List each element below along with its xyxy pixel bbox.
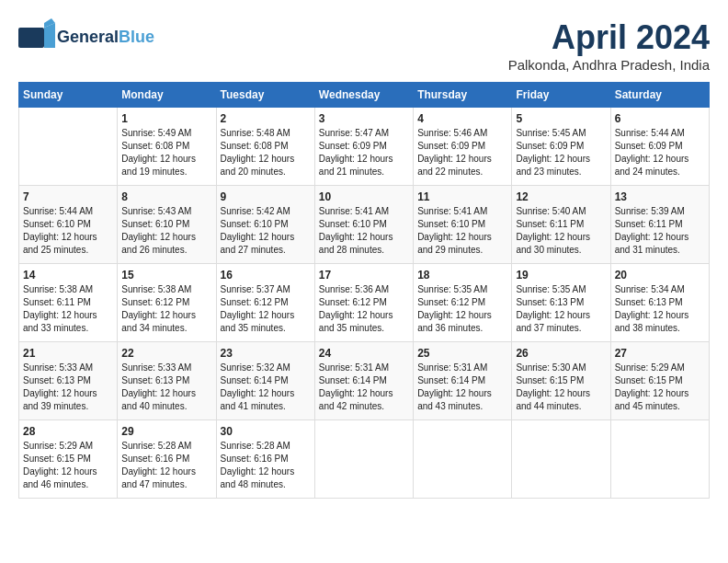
cell-daylight-info: Sunrise: 5:32 AM Sunset: 6:14 PM Dayligh… <box>221 362 311 413</box>
day-number: 7 <box>23 190 113 203</box>
logo: GeneralBlue <box>18 18 154 55</box>
cell-daylight-info: Sunrise: 5:35 AM Sunset: 6:12 PM Dayligh… <box>417 283 507 335</box>
day-number: 10 <box>319 190 409 203</box>
cell-daylight-info: Sunrise: 5:39 AM Sunset: 6:11 PM Dayligh… <box>615 205 705 257</box>
calendar-cell: 15Sunrise: 5:38 AM Sunset: 6:12 PM Dayli… <box>118 264 216 342</box>
cell-daylight-info: Sunrise: 5:29 AM Sunset: 6:15 PM Dayligh… <box>615 362 705 413</box>
calendar-week-row: 14Sunrise: 5:38 AM Sunset: 6:11 PM Dayli… <box>19 264 710 342</box>
cell-daylight-info: Sunrise: 5:48 AM Sunset: 6:08 PM Dayligh… <box>221 127 311 178</box>
calendar-cell <box>414 420 512 499</box>
calendar-week-row: 21Sunrise: 5:33 AM Sunset: 6:13 PM Dayli… <box>19 342 710 420</box>
day-header: Saturday <box>610 83 709 108</box>
calendar-cell: 13Sunrise: 5:39 AM Sunset: 6:11 PM Dayli… <box>610 186 709 264</box>
calendar-cell: 26Sunrise: 5:30 AM Sunset: 6:15 PM Dayli… <box>512 342 610 420</box>
day-number: 6 <box>615 112 705 125</box>
calendar-week-row: 7Sunrise: 5:44 AM Sunset: 6:10 PM Daylig… <box>19 186 710 264</box>
day-header: Tuesday <box>216 83 314 108</box>
calendar-cell: 20Sunrise: 5:34 AM Sunset: 6:13 PM Dayli… <box>610 264 709 342</box>
calendar-cell: 24Sunrise: 5:31 AM Sunset: 6:14 PM Dayli… <box>314 342 413 420</box>
location: Palkonda, Andhra Pradesh, India <box>508 57 710 73</box>
cell-daylight-info: Sunrise: 5:34 AM Sunset: 6:13 PM Dayligh… <box>615 283 705 335</box>
cell-daylight-info: Sunrise: 5:40 AM Sunset: 6:11 PM Dayligh… <box>516 205 606 257</box>
day-number: 17 <box>319 269 409 282</box>
logo-text: GeneralBlue <box>57 28 154 47</box>
day-number: 3 <box>319 112 409 125</box>
calendar-cell: 25Sunrise: 5:31 AM Sunset: 6:14 PM Dayli… <box>414 342 512 420</box>
cell-daylight-info: Sunrise: 5:44 AM Sunset: 6:10 PM Dayligh… <box>23 205 113 257</box>
cell-daylight-info: Sunrise: 5:41 AM Sunset: 6:10 PM Dayligh… <box>319 205 409 257</box>
logo-icon <box>18 18 55 55</box>
cell-daylight-info: Sunrise: 5:41 AM Sunset: 6:10 PM Dayligh… <box>417 205 507 257</box>
day-number: 22 <box>121 347 211 360</box>
calendar-week-row: 1Sunrise: 5:49 AM Sunset: 6:08 PM Daylig… <box>19 108 710 186</box>
cell-daylight-info: Sunrise: 5:33 AM Sunset: 6:13 PM Dayligh… <box>23 362 113 413</box>
day-number: 15 <box>121 269 211 282</box>
day-number: 23 <box>221 347 311 360</box>
cell-daylight-info: Sunrise: 5:35 AM Sunset: 6:13 PM Dayligh… <box>516 283 606 335</box>
calendar-table: SundayMondayTuesdayWednesdayThursdayFrid… <box>18 82 710 499</box>
calendar-cell: 21Sunrise: 5:33 AM Sunset: 6:13 PM Dayli… <box>19 342 118 420</box>
calendar-cell: 3Sunrise: 5:47 AM Sunset: 6:09 PM Daylig… <box>314 108 413 186</box>
day-number: 18 <box>417 269 507 282</box>
month-title: April 2024 <box>508 18 710 57</box>
calendar-cell: 23Sunrise: 5:32 AM Sunset: 6:14 PM Dayli… <box>216 342 314 420</box>
day-number: 2 <box>221 112 311 125</box>
cell-daylight-info: Sunrise: 5:47 AM Sunset: 6:09 PM Dayligh… <box>319 127 409 178</box>
day-number: 16 <box>221 269 311 282</box>
cell-daylight-info: Sunrise: 5:43 AM Sunset: 6:10 PM Dayligh… <box>121 205 211 257</box>
calendar-cell: 27Sunrise: 5:29 AM Sunset: 6:15 PM Dayli… <box>610 342 709 420</box>
calendar-cell: 28Sunrise: 5:29 AM Sunset: 6:15 PM Dayli… <box>19 420 118 499</box>
calendar-cell: 12Sunrise: 5:40 AM Sunset: 6:11 PM Dayli… <box>512 186 610 264</box>
cell-daylight-info: Sunrise: 5:38 AM Sunset: 6:11 PM Dayligh… <box>23 283 113 335</box>
calendar-cell: 2Sunrise: 5:48 AM Sunset: 6:08 PM Daylig… <box>216 108 314 186</box>
calendar-week-row: 28Sunrise: 5:29 AM Sunset: 6:15 PM Dayli… <box>19 420 710 499</box>
cell-daylight-info: Sunrise: 5:28 AM Sunset: 6:16 PM Dayligh… <box>221 440 311 491</box>
calendar-cell: 9Sunrise: 5:42 AM Sunset: 6:10 PM Daylig… <box>216 186 314 264</box>
day-number: 28 <box>23 425 113 438</box>
day-number: 29 <box>121 425 211 438</box>
calendar-cell: 18Sunrise: 5:35 AM Sunset: 6:12 PM Dayli… <box>414 264 512 342</box>
day-number: 21 <box>23 347 113 360</box>
day-number: 12 <box>516 190 606 203</box>
day-number: 14 <box>23 269 113 282</box>
day-number: 11 <box>417 190 507 203</box>
calendar-cell: 4Sunrise: 5:46 AM Sunset: 6:09 PM Daylig… <box>414 108 512 186</box>
calendar-cell <box>512 420 610 499</box>
day-number: 4 <box>417 112 507 125</box>
cell-daylight-info: Sunrise: 5:46 AM Sunset: 6:09 PM Dayligh… <box>417 127 507 178</box>
cell-daylight-info: Sunrise: 5:36 AM Sunset: 6:12 PM Dayligh… <box>319 283 409 335</box>
cell-daylight-info: Sunrise: 5:30 AM Sunset: 6:15 PM Dayligh… <box>516 362 606 413</box>
svg-rect-0 <box>18 28 44 48</box>
calendar-cell: 16Sunrise: 5:37 AM Sunset: 6:12 PM Dayli… <box>216 264 314 342</box>
day-number: 1 <box>121 112 211 125</box>
cell-daylight-info: Sunrise: 5:38 AM Sunset: 6:12 PM Dayligh… <box>121 283 211 335</box>
calendar-cell <box>314 420 413 499</box>
calendar-cell: 1Sunrise: 5:49 AM Sunset: 6:08 PM Daylig… <box>118 108 216 186</box>
day-header: Wednesday <box>314 83 413 108</box>
calendar-cell: 7Sunrise: 5:44 AM Sunset: 6:10 PM Daylig… <box>19 186 118 264</box>
title-block: April 2024 Palkonda, Andhra Pradesh, Ind… <box>508 18 710 73</box>
day-number: 13 <box>615 190 705 203</box>
calendar-cell <box>19 108 118 186</box>
day-number: 25 <box>417 347 507 360</box>
calendar-cell: 19Sunrise: 5:35 AM Sunset: 6:13 PM Dayli… <box>512 264 610 342</box>
calendar-cell: 14Sunrise: 5:38 AM Sunset: 6:11 PM Dayli… <box>19 264 118 342</box>
day-number: 20 <box>615 269 705 282</box>
calendar-cell: 10Sunrise: 5:41 AM Sunset: 6:10 PM Dayli… <box>314 186 413 264</box>
day-number: 19 <box>516 269 606 282</box>
cell-daylight-info: Sunrise: 5:37 AM Sunset: 6:12 PM Dayligh… <box>221 283 311 335</box>
page-header: GeneralBlue April 2024 Palkonda, Andhra … <box>18 18 710 73</box>
day-number: 27 <box>615 347 705 360</box>
day-header: Friday <box>512 83 610 108</box>
cell-daylight-info: Sunrise: 5:28 AM Sunset: 6:16 PM Dayligh… <box>121 440 211 491</box>
cell-daylight-info: Sunrise: 5:49 AM Sunset: 6:08 PM Dayligh… <box>121 127 211 178</box>
calendar-cell: 8Sunrise: 5:43 AM Sunset: 6:10 PM Daylig… <box>118 186 216 264</box>
calendar-cell: 17Sunrise: 5:36 AM Sunset: 6:12 PM Dayli… <box>314 264 413 342</box>
calendar-cell: 11Sunrise: 5:41 AM Sunset: 6:10 PM Dayli… <box>414 186 512 264</box>
calendar-cell: 5Sunrise: 5:45 AM Sunset: 6:09 PM Daylig… <box>512 108 610 186</box>
calendar-cell: 6Sunrise: 5:44 AM Sunset: 6:09 PM Daylig… <box>610 108 709 186</box>
day-number: 26 <box>516 347 606 360</box>
calendar-cell: 30Sunrise: 5:28 AM Sunset: 6:16 PM Dayli… <box>216 420 314 499</box>
cell-daylight-info: Sunrise: 5:29 AM Sunset: 6:15 PM Dayligh… <box>23 440 113 491</box>
day-header: Sunday <box>19 83 118 108</box>
